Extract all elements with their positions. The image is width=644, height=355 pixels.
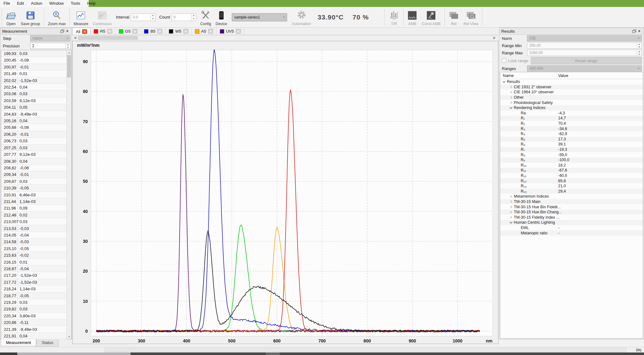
tree-item-r-[interactable]: R₁₂-60,5	[500, 173, 643, 178]
measurement-row[interactable]: 208,30 0,04	[1, 158, 66, 165]
range-min-input[interactable]: 200,00	[527, 42, 642, 49]
chevron-collapsed-icon[interactable]	[509, 210, 513, 214]
chevron-expanded-icon[interactable]	[509, 221, 513, 224]
menu-item-file[interactable]: File	[0, 0, 14, 7]
tree-item-tm-30-15-fidelity-index-[interactable]: TM-30-15 Fidelity Index ...	[500, 215, 643, 220]
rel-button[interactable]: Rel	[446, 8, 461, 27]
lock-range-checkbox[interactable]	[502, 58, 506, 63]
measurement-row[interactable]: 208,82 -0,06	[1, 165, 66, 171]
measurement-row[interactable]: 220,34 3,80e-03	[1, 313, 66, 319]
interval-spin-buttons[interactable]	[150, 14, 155, 21]
automation-button[interactable]: Automation	[290, 8, 313, 27]
tree-item-melanopic-ratio[interactable]: Melanopic ratio-	[500, 230, 643, 236]
scroll-right-icon[interactable]: >	[493, 36, 495, 40]
tree-item-tm-30-15-hue-bin-fidelit-[interactable]: TM-30-15 Hue Bin Fidelit...	[500, 204, 643, 210]
measurement-row[interactable]: 209,87 0,03	[1, 178, 66, 185]
tree-item-results[interactable]: Results	[500, 79, 643, 85]
measurement-row[interactable]: 204,11 0,05	[1, 104, 66, 111]
tr-button[interactable]: T/R	[386, 8, 402, 27]
measurement-row[interactable]: 214,58 -0,03	[1, 238, 66, 245]
chevron-collapsed-icon[interactable]	[509, 200, 513, 204]
tree-item-r-[interactable]: R₁₁-67,6	[500, 168, 643, 173]
chart-tab-g5[interactable]: G5×	[116, 28, 141, 35]
measurement-row[interactable]: 207,77 9,12e-03	[1, 151, 66, 158]
chevron-collapsed-icon[interactable]	[509, 205, 513, 209]
tree-item-metamerism-indices[interactable]: Metamerism Indices	[500, 194, 643, 199]
measurement-row[interactable]: 215,63 -0,02	[1, 252, 66, 259]
measurement-row[interactable]: 218,77 -0,05	[1, 292, 66, 299]
chevron-collapsed-icon[interactable]	[509, 96, 513, 99]
measurement-row[interactable]: 213,53 -0,03	[1, 225, 66, 232]
measurement-row[interactable]: 206,73 0,03	[1, 138, 66, 144]
close-tab-icon[interactable]: ×	[236, 29, 241, 34]
chevron-collapsed-icon[interactable]	[509, 90, 513, 94]
chart-tab-b5[interactable]: B5×	[141, 28, 166, 35]
close-tab-icon[interactable]: ×	[132, 29, 137, 34]
spectrum-chart[interactable]: 0102030405060708090200300400500600700800…	[72, 41, 498, 344]
tree-item-r-[interactable]: R₁₀18,2	[500, 163, 643, 168]
menu-item-window[interactable]: Window	[46, 0, 67, 7]
scrollbar-thumb[interactable]	[67, 55, 71, 77]
tree-item-r-[interactable]: R₁14,7	[500, 116, 643, 121]
measurement-row[interactable]: 211,44 1,14e-03	[1, 198, 66, 205]
range-max-spin-buttons[interactable]	[637, 50, 641, 56]
menu-item-action[interactable]: Action	[27, 0, 46, 7]
tree-item-r-[interactable]: R₉-100,0	[500, 157, 643, 163]
measurement-row[interactable]: 216,67 -0,04	[1, 265, 66, 272]
measurement-row[interactable]: 221,91 0,04	[1, 333, 66, 339]
measurement-row[interactable]: 200,97 -0,01	[1, 64, 66, 70]
menu-item-tools[interactable]: Tools	[67, 0, 84, 7]
measurement-row[interactable]: 218,24 1,14e-03	[1, 286, 66, 292]
measurement-table-scrollbar[interactable]	[66, 50, 71, 339]
tree-item-r-[interactable]: R₇-19,3	[500, 147, 643, 152]
chevron-expanded-icon[interactable]	[502, 80, 506, 84]
count-spin-buttons[interactable]	[191, 14, 196, 21]
measurement-row[interactable]: 202,02 -1,52e-03	[1, 77, 66, 84]
tree-item-cie-1931-2-observer[interactable]: CIE 1931 2° observer	[500, 85, 643, 90]
measurement-row[interactable]: 214,05 -0,04	[1, 232, 66, 238]
tree-item-r-[interactable]: R₃-34,6	[500, 126, 643, 131]
bottom-tab-measurement[interactable]: Measurement	[1, 339, 36, 346]
save-group-button[interactable]: Save group	[19, 8, 42, 27]
rel-view-button[interactable]: Rel View	[461, 8, 480, 27]
open-button[interactable]: Open	[3, 8, 19, 27]
amb-button[interactable]: AMB	[405, 8, 419, 27]
measurement-row[interactable]: 203,06 0,03	[1, 90, 66, 97]
menu-item-help[interactable]: Help	[84, 0, 99, 7]
measurement-row[interactable]: 210,91 6,46e-03	[1, 192, 66, 198]
tree-item-r-[interactable]: R₄-62,9	[500, 131, 643, 137]
measurement-row[interactable]: 210,39 -0,05	[1, 185, 66, 191]
series-select[interactable]: sample-series1	[232, 13, 287, 21]
float-panel-icon[interactable]	[60, 29, 65, 33]
chart-tab-w5[interactable]: W5×	[166, 28, 192, 35]
chevron-expanded-icon[interactable]	[509, 106, 513, 110]
measurement-row[interactable]: 216,15 0,01	[1, 259, 66, 265]
measurement-row[interactable]: 206,20 -0,01	[1, 131, 66, 138]
measurement-row[interactable]: 211,96 0,09	[1, 205, 66, 211]
tree-item-tm-30-15-main[interactable]: TM-30-15 Main	[500, 199, 643, 205]
chevron-collapsed-icon[interactable]	[509, 194, 513, 198]
tree-item-eml[interactable]: EML-	[500, 225, 643, 231]
scroll-left-icon[interactable]: <	[74, 36, 77, 40]
menu-item-edit[interactable]: Edit	[14, 0, 27, 7]
scroll-down-icon[interactable]	[67, 334, 71, 339]
tree-item-ra[interactable]: Ra-4,3	[500, 111, 643, 116]
tree-item-r-[interactable]: R₅17,3	[500, 137, 643, 142]
measurement-row[interactable]: 217,20 -1,52e-03	[1, 272, 66, 279]
chevron-collapsed-icon[interactable]	[509, 216, 513, 219]
const-amb-button[interactable]: Const AMB	[419, 8, 443, 27]
close-panel-icon[interactable]: ×	[65, 29, 70, 33]
close-tab-icon[interactable]: ×	[107, 29, 112, 34]
tree-item-human-centric-lighting[interactable]: Human Centric Lighting	[500, 220, 643, 225]
measurement-row[interactable]: 212,48 0,02	[1, 212, 66, 218]
measurement-row[interactable]: 201,49 0,01	[1, 70, 66, 77]
tree-item-r-[interactable]: R₈-59,0	[500, 152, 643, 157]
device-button[interactable]: Device	[214, 8, 230, 27]
measurement-row[interactable]: 213,007 0,03	[1, 218, 66, 225]
precision-input[interactable]: 2	[30, 43, 70, 49]
tree-item-cie-1964-10-observer[interactable]: CIE 1964 10° observer	[500, 90, 643, 95]
measurement-row[interactable]: 209,34 -0,01	[1, 171, 66, 178]
close-tab-icon[interactable]: ×	[157, 29, 162, 34]
step-select[interactable]: native	[30, 35, 70, 41]
bottom-tab-status[interactable]: Status	[36, 339, 58, 347]
